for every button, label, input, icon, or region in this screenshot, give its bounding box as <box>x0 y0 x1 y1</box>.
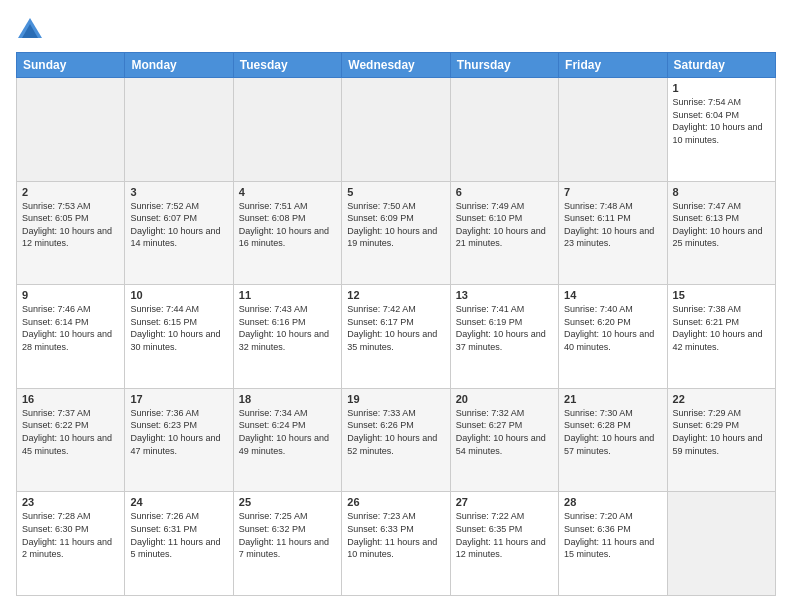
day-info: Sunrise: 7:20 AMSunset: 6:36 PMDaylight:… <box>564 510 661 560</box>
day-number: 21 <box>564 393 661 405</box>
day-number: 4 <box>239 186 336 198</box>
header-row: SundayMondayTuesdayWednesdayThursdayFrid… <box>17 53 776 78</box>
day-number: 2 <box>22 186 119 198</box>
day-number: 10 <box>130 289 227 301</box>
day-info: Sunrise: 7:52 AMSunset: 6:07 PMDaylight:… <box>130 200 227 250</box>
day-info: Sunrise: 7:32 AMSunset: 6:27 PMDaylight:… <box>456 407 553 457</box>
day-cell: 21Sunrise: 7:30 AMSunset: 6:28 PMDayligh… <box>559 388 667 492</box>
day-number: 1 <box>673 82 770 94</box>
day-cell: 23Sunrise: 7:28 AMSunset: 6:30 PMDayligh… <box>17 492 125 596</box>
day-cell: 24Sunrise: 7:26 AMSunset: 6:31 PMDayligh… <box>125 492 233 596</box>
day-cell: 20Sunrise: 7:32 AMSunset: 6:27 PMDayligh… <box>450 388 558 492</box>
day-cell <box>17 78 125 182</box>
day-cell: 27Sunrise: 7:22 AMSunset: 6:35 PMDayligh… <box>450 492 558 596</box>
day-cell <box>125 78 233 182</box>
page: SundayMondayTuesdayWednesdayThursdayFrid… <box>0 0 792 612</box>
day-info: Sunrise: 7:54 AMSunset: 6:04 PMDaylight:… <box>673 96 770 146</box>
week-row-4: 16Sunrise: 7:37 AMSunset: 6:22 PMDayligh… <box>17 388 776 492</box>
day-number: 22 <box>673 393 770 405</box>
calendar: SundayMondayTuesdayWednesdayThursdayFrid… <box>16 52 776 596</box>
day-info: Sunrise: 7:26 AMSunset: 6:31 PMDaylight:… <box>130 510 227 560</box>
logo-icon <box>16 16 44 44</box>
day-cell: 11Sunrise: 7:43 AMSunset: 6:16 PMDayligh… <box>233 285 341 389</box>
day-cell <box>342 78 450 182</box>
day-info: Sunrise: 7:34 AMSunset: 6:24 PMDaylight:… <box>239 407 336 457</box>
day-cell: 4Sunrise: 7:51 AMSunset: 6:08 PMDaylight… <box>233 181 341 285</box>
day-number: 23 <box>22 496 119 508</box>
day-cell: 5Sunrise: 7:50 AMSunset: 6:09 PMDaylight… <box>342 181 450 285</box>
day-number: 11 <box>239 289 336 301</box>
day-number: 5 <box>347 186 444 198</box>
day-info: Sunrise: 7:53 AMSunset: 6:05 PMDaylight:… <box>22 200 119 250</box>
day-cell <box>559 78 667 182</box>
day-info: Sunrise: 7:22 AMSunset: 6:35 PMDaylight:… <box>456 510 553 560</box>
day-cell: 18Sunrise: 7:34 AMSunset: 6:24 PMDayligh… <box>233 388 341 492</box>
day-cell: 19Sunrise: 7:33 AMSunset: 6:26 PMDayligh… <box>342 388 450 492</box>
day-number: 28 <box>564 496 661 508</box>
day-cell: 9Sunrise: 7:46 AMSunset: 6:14 PMDaylight… <box>17 285 125 389</box>
day-cell: 6Sunrise: 7:49 AMSunset: 6:10 PMDaylight… <box>450 181 558 285</box>
col-header-monday: Monday <box>125 53 233 78</box>
day-number: 9 <box>22 289 119 301</box>
day-info: Sunrise: 7:37 AMSunset: 6:22 PMDaylight:… <box>22 407 119 457</box>
day-info: Sunrise: 7:46 AMSunset: 6:14 PMDaylight:… <box>22 303 119 353</box>
day-cell <box>667 492 775 596</box>
day-cell: 28Sunrise: 7:20 AMSunset: 6:36 PMDayligh… <box>559 492 667 596</box>
day-cell: 8Sunrise: 7:47 AMSunset: 6:13 PMDaylight… <box>667 181 775 285</box>
day-cell: 3Sunrise: 7:52 AMSunset: 6:07 PMDaylight… <box>125 181 233 285</box>
day-number: 26 <box>347 496 444 508</box>
day-info: Sunrise: 7:36 AMSunset: 6:23 PMDaylight:… <box>130 407 227 457</box>
day-info: Sunrise: 7:49 AMSunset: 6:10 PMDaylight:… <box>456 200 553 250</box>
day-info: Sunrise: 7:29 AMSunset: 6:29 PMDaylight:… <box>673 407 770 457</box>
col-header-thursday: Thursday <box>450 53 558 78</box>
day-info: Sunrise: 7:30 AMSunset: 6:28 PMDaylight:… <box>564 407 661 457</box>
day-info: Sunrise: 7:23 AMSunset: 6:33 PMDaylight:… <box>347 510 444 560</box>
col-header-wednesday: Wednesday <box>342 53 450 78</box>
day-info: Sunrise: 7:48 AMSunset: 6:11 PMDaylight:… <box>564 200 661 250</box>
day-info: Sunrise: 7:51 AMSunset: 6:08 PMDaylight:… <box>239 200 336 250</box>
day-info: Sunrise: 7:40 AMSunset: 6:20 PMDaylight:… <box>564 303 661 353</box>
day-number: 13 <box>456 289 553 301</box>
day-cell <box>450 78 558 182</box>
col-header-tuesday: Tuesday <box>233 53 341 78</box>
day-info: Sunrise: 7:25 AMSunset: 6:32 PMDaylight:… <box>239 510 336 560</box>
day-number: 6 <box>456 186 553 198</box>
day-cell: 7Sunrise: 7:48 AMSunset: 6:11 PMDaylight… <box>559 181 667 285</box>
day-number: 27 <box>456 496 553 508</box>
week-row-5: 23Sunrise: 7:28 AMSunset: 6:30 PMDayligh… <box>17 492 776 596</box>
day-number: 17 <box>130 393 227 405</box>
day-info: Sunrise: 7:47 AMSunset: 6:13 PMDaylight:… <box>673 200 770 250</box>
day-info: Sunrise: 7:38 AMSunset: 6:21 PMDaylight:… <box>673 303 770 353</box>
day-info: Sunrise: 7:41 AMSunset: 6:19 PMDaylight:… <box>456 303 553 353</box>
day-number: 3 <box>130 186 227 198</box>
week-row-3: 9Sunrise: 7:46 AMSunset: 6:14 PMDaylight… <box>17 285 776 389</box>
day-cell: 17Sunrise: 7:36 AMSunset: 6:23 PMDayligh… <box>125 388 233 492</box>
day-cell: 10Sunrise: 7:44 AMSunset: 6:15 PMDayligh… <box>125 285 233 389</box>
day-cell: 13Sunrise: 7:41 AMSunset: 6:19 PMDayligh… <box>450 285 558 389</box>
col-header-saturday: Saturday <box>667 53 775 78</box>
day-number: 25 <box>239 496 336 508</box>
day-info: Sunrise: 7:33 AMSunset: 6:26 PMDaylight:… <box>347 407 444 457</box>
day-number: 15 <box>673 289 770 301</box>
day-cell: 16Sunrise: 7:37 AMSunset: 6:22 PMDayligh… <box>17 388 125 492</box>
day-info: Sunrise: 7:43 AMSunset: 6:16 PMDaylight:… <box>239 303 336 353</box>
day-number: 7 <box>564 186 661 198</box>
col-header-sunday: Sunday <box>17 53 125 78</box>
day-cell: 25Sunrise: 7:25 AMSunset: 6:32 PMDayligh… <box>233 492 341 596</box>
day-cell: 1Sunrise: 7:54 AMSunset: 6:04 PMDaylight… <box>667 78 775 182</box>
day-cell: 2Sunrise: 7:53 AMSunset: 6:05 PMDaylight… <box>17 181 125 285</box>
header <box>16 16 776 44</box>
day-cell: 15Sunrise: 7:38 AMSunset: 6:21 PMDayligh… <box>667 285 775 389</box>
week-row-2: 2Sunrise: 7:53 AMSunset: 6:05 PMDaylight… <box>17 181 776 285</box>
day-number: 14 <box>564 289 661 301</box>
logo <box>16 16 48 44</box>
week-row-1: 1Sunrise: 7:54 AMSunset: 6:04 PMDaylight… <box>17 78 776 182</box>
day-cell: 22Sunrise: 7:29 AMSunset: 6:29 PMDayligh… <box>667 388 775 492</box>
day-info: Sunrise: 7:42 AMSunset: 6:17 PMDaylight:… <box>347 303 444 353</box>
day-number: 19 <box>347 393 444 405</box>
day-number: 18 <box>239 393 336 405</box>
day-number: 20 <box>456 393 553 405</box>
day-number: 8 <box>673 186 770 198</box>
day-cell <box>233 78 341 182</box>
day-info: Sunrise: 7:28 AMSunset: 6:30 PMDaylight:… <box>22 510 119 560</box>
